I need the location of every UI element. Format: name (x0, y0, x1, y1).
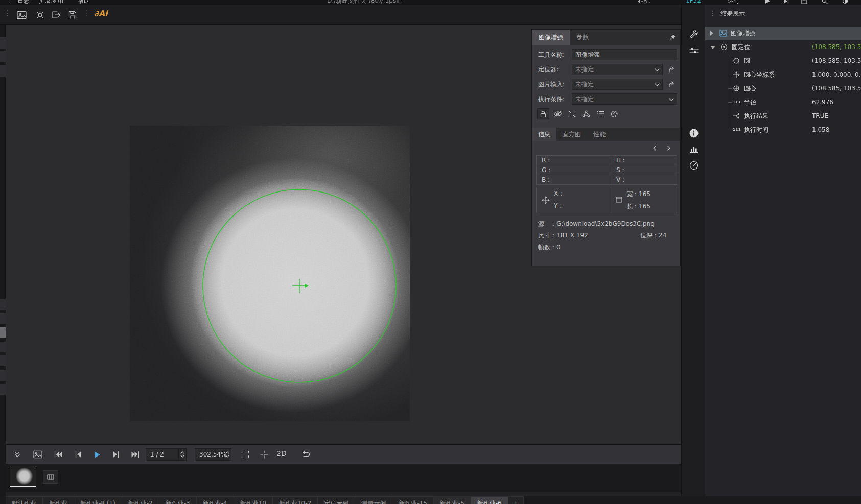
fit-view-button[interactable] (240, 450, 251, 459)
dock-tab[interactable] (0, 342, 6, 352)
job-tab[interactable]: 测量示例 (355, 496, 392, 504)
tab-performance[interactable]: 性能 (587, 128, 612, 141)
info-next-button[interactable] (664, 144, 674, 152)
toolbar-grip[interactable]: ⋮ (4, 9, 10, 17)
tree-row-radius[interactable]: 111 半径 62.976 (705, 95, 861, 109)
thumbnail-layout-button[interactable] (43, 470, 58, 484)
save-button[interactable] (66, 10, 79, 20)
job-tab[interactable]: 新作业-2 (122, 496, 159, 504)
save-topbar-button[interactable] (801, 0, 807, 4)
bit-depth: 位深：24 (640, 231, 666, 240)
tree-row-center-coords[interactable]: 圆心坐标系 1.000, 0.000, 0.00 (705, 68, 861, 82)
frame-spinner[interactable] (178, 449, 186, 460)
tree-row-image-enhance[interactable]: 图像增强 (705, 27, 861, 40)
job-tab[interactable]: 新作业10-2 (273, 496, 318, 504)
tree-row-fixture[interactable]: 固定位 (108.585, 103.543 (705, 40, 861, 54)
view-mode-button[interactable]: 2D (276, 449, 287, 458)
tree-row-center[interactable]: 圆心 (108.585, 103.543 (705, 82, 861, 95)
info-prev-button[interactable] (649, 144, 660, 152)
tool-name-field[interactable]: 图像增强 (572, 49, 677, 60)
tab-histogram[interactable]: 直方图 (556, 128, 587, 141)
job-tab[interactable]: 新作业10 (234, 496, 273, 504)
expand-button[interactable] (566, 108, 578, 119)
tree-row-exec-result[interactable]: 执行结果 TRUE (705, 109, 861, 123)
loop-button[interactable] (300, 450, 311, 459)
skip-end-button[interactable] (130, 450, 141, 459)
zoom-spinner[interactable] (223, 449, 231, 460)
dock-tab[interactable] (0, 313, 6, 324)
center-view-button[interactable] (259, 450, 270, 459)
menu-help[interactable]: 帮助 (78, 0, 90, 5)
job-tab[interactable]: 新作业-8 (1) (74, 496, 122, 504)
collapse-bar-button[interactable] (12, 450, 23, 459)
menu-log[interactable]: 日志 (17, 0, 30, 5)
locator-jump-button[interactable] (666, 64, 677, 75)
topbar-tab-run[interactable]: 运行 (728, 0, 740, 5)
ai-logo[interactable]: ∂AI (94, 9, 108, 18)
add-job-button[interactable]: + (508, 496, 524, 504)
frame-thumbnail[interactable] (10, 466, 36, 487)
locator-dropdown[interactable]: 未指定 (572, 64, 663, 75)
dock-tab[interactable] (0, 299, 6, 310)
job-tab[interactable]: 默认作业 (6, 496, 43, 504)
open-image-button[interactable] (15, 10, 28, 20)
collapse-arrow-icon[interactable] (710, 46, 715, 49)
adjustments-button[interactable] (688, 44, 700, 57)
performance-panel-button[interactable] (688, 159, 700, 172)
dock-tab[interactable] (0, 370, 6, 381)
circle-annotation[interactable] (130, 126, 410, 421)
job-tab[interactable]: 新作业-5 (434, 496, 471, 504)
dock-tab[interactable] (0, 327, 6, 338)
pin-button[interactable] (669, 34, 676, 40)
dock-tab[interactable] (0, 51, 6, 62)
dock-tab[interactable] (0, 65, 6, 77)
job-tab-active[interactable]: 新作业-6 (471, 496, 508, 504)
step-button[interactable] (783, 0, 789, 4)
tab-info[interactable]: 信息 (532, 128, 556, 141)
play-button[interactable] (91, 450, 103, 459)
list-button[interactable] (594, 108, 607, 119)
tree-row-exec-time[interactable]: 111 执行时间 1.058 (705, 123, 861, 137)
tree-value: TRUE (812, 109, 861, 123)
export-button[interactable] (50, 10, 62, 20)
tools-button[interactable] (688, 28, 700, 40)
tab-parameters[interactable]: 参数 (570, 30, 595, 45)
frame-selector[interactable]: 1 / 2 (146, 448, 187, 461)
job-tab[interactable]: 定位示例 (318, 496, 355, 504)
tab-image-enhance[interactable]: 图像增强 (532, 30, 570, 45)
run-button[interactable] (764, 0, 771, 4)
job-tab[interactable]: 新作业-15 (392, 496, 434, 504)
search-button[interactable] (822, 0, 828, 4)
results-grip[interactable]: ⋮ (709, 5, 716, 22)
tree-row-circle[interactable]: 圆 (108.585, 103.543 (705, 54, 861, 68)
inspection-image[interactable] (130, 126, 410, 421)
condition-dropdown[interactable]: 未指定 (572, 93, 677, 105)
zoom-selector[interactable]: 302.54% (195, 448, 231, 461)
settings-button[interactable] (34, 10, 46, 20)
image-source-button[interactable] (32, 450, 43, 459)
prev-frame-button[interactable] (72, 450, 83, 459)
tool-name-label: 工具名称: (538, 49, 565, 60)
topbar-tab-camera[interactable]: 相机 (638, 0, 650, 5)
lock-button[interactable] (537, 108, 549, 119)
skip-start-button[interactable] (53, 450, 64, 459)
job-tab[interactable]: 新作业-4 (197, 496, 234, 504)
link-tools-button[interactable] (580, 108, 592, 119)
topbar-tab-1f32[interactable]: 1F32 (686, 0, 701, 5)
histogram-panel-button[interactable] (688, 143, 700, 155)
dock-tab[interactable] (0, 384, 6, 395)
dock-tab[interactable] (0, 37, 6, 49)
info-panel-button[interactable] (688, 127, 700, 139)
hide-overlay-button[interactable] (551, 108, 564, 119)
job-tab[interactable]: 新作业 (43, 496, 74, 504)
condition-value: 未指定 (575, 95, 594, 103)
expand-arrow-icon[interactable] (710, 31, 713, 36)
next-frame-button[interactable] (110, 450, 122, 459)
image-input-jump-button[interactable] (666, 79, 677, 90)
image-input-dropdown[interactable]: 未指定 (572, 79, 663, 90)
menu-extensions[interactable]: 扩展应用 (39, 0, 63, 5)
job-tab[interactable]: 新作业-3 (159, 496, 197, 504)
theme-button[interactable] (842, 0, 848, 4)
dock-tab[interactable] (0, 355, 6, 366)
palette-button[interactable] (609, 108, 621, 119)
